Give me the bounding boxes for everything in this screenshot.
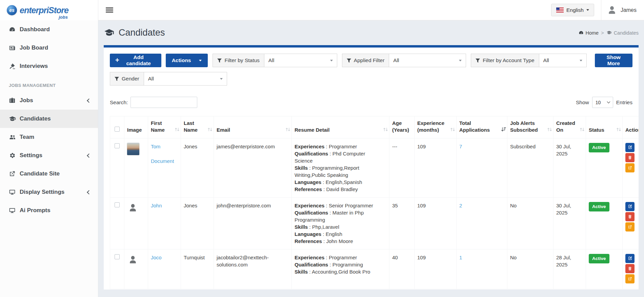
open-external-button[interactable] [625,163,635,172]
filter-account-type-select[interactable]: All [539,54,587,67]
filter-group-account-type: Filter by Account Type All [471,54,586,67]
column-header-last-name[interactable]: Last Name [181,116,214,138]
language-dropdown[interactable]: English [551,4,594,16]
page-size-select[interactable]: 10 [592,97,613,108]
open-external-button[interactable] [625,274,635,283]
last-name-cell: Turnquist [181,249,214,289]
filter-icon [476,58,480,63]
sidebar-item-settings[interactable]: Settings [0,146,98,165]
sidebar-item-label: Job Board [20,44,92,51]
gender-filter-select[interactable]: All [144,72,227,86]
sidebar-item-job-board[interactable]: Job Board [0,39,98,57]
age-cell: 40 [389,249,415,289]
total-applications-link[interactable]: 1 [459,254,504,261]
chevron-down-icon [607,100,610,104]
total-applications-link[interactable]: 7 [459,143,504,150]
search-input[interactable] [130,97,197,108]
column-header-status[interactable]: Status [586,116,623,138]
hamburger-menu-icon[interactable] [106,6,113,14]
row-checkbox[interactable] [115,202,120,207]
first-name-link[interactable]: John [151,202,178,209]
column-header-age: Age (Years) [389,116,415,138]
sort-icon [616,127,621,133]
first-name-link[interactable]: Tom [151,143,178,150]
sort-icon [285,127,290,133]
applied-filter-select[interactable]: All [389,54,466,67]
sidebar-item-team[interactable]: Team [0,128,98,146]
applied-filter-label: Applied Filter [342,54,389,67]
column-header-total-applications[interactable]: Total Applications [457,116,507,138]
filter-group-applied: Applied Filter All [342,54,466,67]
edit-button[interactable] [625,254,635,263]
column-header-first-name[interactable]: First Name [148,116,181,138]
delete-button[interactable] [625,264,635,273]
job-alerts-cell: No [507,249,554,289]
column-header-email[interactable]: Email [214,116,292,138]
sidebar-item-label: Team [20,134,92,141]
candidates-table-wrap: Image First Name Last Name Email Resume … [110,116,639,289]
document-link[interactable]: Document [151,157,178,165]
sidebar-item-label: Settings [20,152,87,159]
main-content: Candidates Home > Candidates + Add cand [98,20,644,297]
external-link-icon [628,277,632,281]
sidebar-item-ai-prompts[interactable]: Ai Prompts [0,201,98,220]
open-external-button[interactable] [625,222,635,231]
sidebar-item-candidate-site[interactable]: Candidate Site [0,165,98,183]
breadcrumb-separator: > [601,30,604,36]
actions-dropdown-button[interactable]: Actions [166,54,208,67]
caret-down-icon [586,9,589,11]
add-candidate-button[interactable]: + Add candidate [110,54,161,67]
sidebar-item-jobs[interactable]: Jobs [0,91,98,110]
chevron-left-icon [87,98,91,103]
column-header-resume-detail[interactable]: Resume Detail [292,116,389,138]
graduation-cap-icon [606,30,612,35]
candidate-image [127,202,139,214]
gauge-icon [8,26,16,33]
edit-button[interactable] [625,143,635,152]
sidebar-item-label: Display Settings [20,189,87,196]
sidebar-item-label: Candidate Site [20,170,92,177]
filter-status-select[interactable]: All [264,54,337,67]
briefcase-icon [8,97,16,104]
sidebar-section-label: JOBS MANAGEMENT [0,75,98,91]
monitor-icon [8,207,16,214]
row-checkbox[interactable] [115,143,120,148]
row-checkbox[interactable] [115,254,120,259]
last-name-cell: Jones [181,197,214,249]
candidate-row: John Jones john@enterpristore.com Experi… [110,197,639,249]
sort-icon [207,127,213,133]
breadcrumb-home-link[interactable]: Home [579,30,599,36]
experience-cell: 109 [415,197,457,249]
filter-icon [217,58,222,63]
sidebar-item-candidates[interactable]: Candidates [0,110,98,128]
column-header-job-alerts[interactable]: Job Alerts Subscribed [507,116,554,138]
show-more-button[interactable]: Show More [595,54,632,67]
email-cell: jacobtailor2@nexttech-solutions.com [214,249,292,289]
edit-icon [628,256,632,261]
sidebar-nav: Dashboard Job Board Interviews JOBS MANA… [0,20,98,220]
delete-button[interactable] [625,212,635,221]
column-header-created-on[interactable]: Created On [554,116,586,138]
candidate-image [127,143,139,155]
delete-button[interactable] [625,153,635,162]
application-window: es enterpriStore jobs Dashboard Job Boar… [0,0,644,297]
sidebar-item-interviews[interactable]: Interviews [0,57,98,75]
sidebar-item-dashboard[interactable]: Dashboard [0,20,98,39]
us-flag-icon [556,7,564,13]
email-cell: james@enterpristore.com [214,138,292,197]
brand-logo[interactable]: es enterpriStore jobs [0,0,98,20]
column-header-experience[interactable]: Experience (months) [415,116,457,138]
chevron-left-icon [87,190,91,194]
select-all-checkbox[interactable] [115,127,120,132]
graduation-cap-icon [8,115,16,123]
total-applications-link[interactable]: 2 [459,202,504,209]
page-title: Candidates [104,27,165,38]
candidate-image [127,254,139,266]
gender-filter-label: Gender [110,72,144,86]
edit-button[interactable] [625,202,635,211]
sidebar-item-label: Candidates [20,115,92,122]
user-menu[interactable]: James [607,5,639,15]
first-name-link[interactable]: Joco [151,254,178,261]
filter-icon [347,58,351,63]
sidebar-item-display-settings[interactable]: Display Settings [0,183,98,201]
